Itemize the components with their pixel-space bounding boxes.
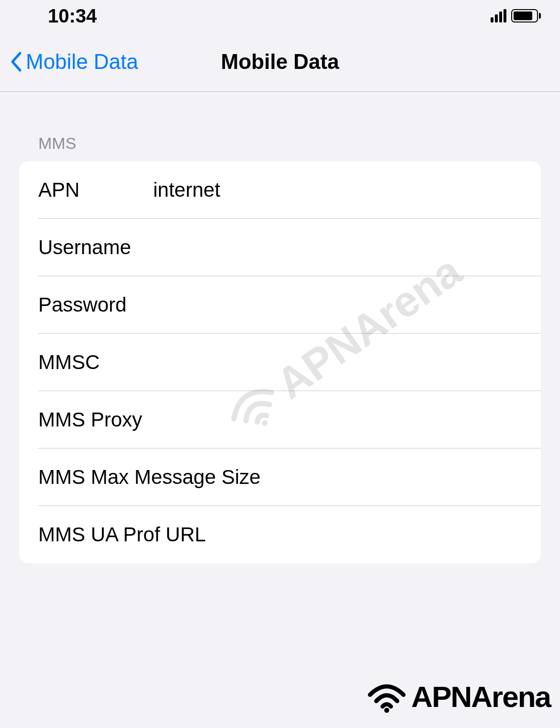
footer-text: APNArena (411, 680, 550, 714)
apn-input[interactable] (153, 179, 522, 202)
apn-row[interactable]: APN (19, 161, 541, 219)
mmsc-input[interactable] (153, 351, 522, 374)
mms-max-size-label: MMS Max Message Size (38, 466, 522, 489)
mms-ua-prof-row[interactable]: MMS UA Prof URL (19, 506, 541, 563)
page-title: Mobile Data (221, 50, 339, 74)
username-label: Username (38, 236, 153, 259)
status-icons (491, 9, 541, 22)
password-row[interactable]: Password (19, 276, 541, 334)
mms-settings-group: APN Username Password MMSC MMS Proxy MMS… (19, 161, 541, 563)
mmsc-row[interactable]: MMSC (19, 334, 541, 391)
status-time: 10:34 (48, 5, 97, 27)
status-bar: 10:34 (0, 0, 560, 32)
back-label: Mobile Data (26, 50, 138, 74)
password-label: Password (38, 293, 153, 316)
chevron-left-icon (10, 51, 22, 72)
mms-proxy-label: MMS Proxy (38, 408, 522, 431)
mms-ua-prof-label: MMS UA Prof URL (38, 523, 522, 546)
mmsc-label: MMSC (38, 351, 153, 374)
apn-label: APN (38, 179, 153, 202)
footer-logo: APNArena (365, 680, 550, 714)
mms-max-size-row[interactable]: MMS Max Message Size (19, 448, 541, 506)
navigation-bar: Mobile Data Mobile Data (0, 32, 560, 92)
username-input[interactable] (153, 236, 522, 259)
cellular-signal-icon (491, 9, 506, 22)
content-area: MMS APN Username Password MMSC MMS Proxy… (0, 92, 560, 563)
password-input[interactable] (153, 293, 522, 316)
wifi-icon (365, 680, 408, 714)
battery-icon (511, 9, 541, 22)
mms-proxy-row[interactable]: MMS Proxy (19, 391, 541, 448)
back-button[interactable]: Mobile Data (10, 50, 138, 74)
username-row[interactable]: Username (19, 219, 541, 276)
svg-point-1 (384, 707, 390, 713)
section-header-mms: MMS (0, 92, 560, 161)
